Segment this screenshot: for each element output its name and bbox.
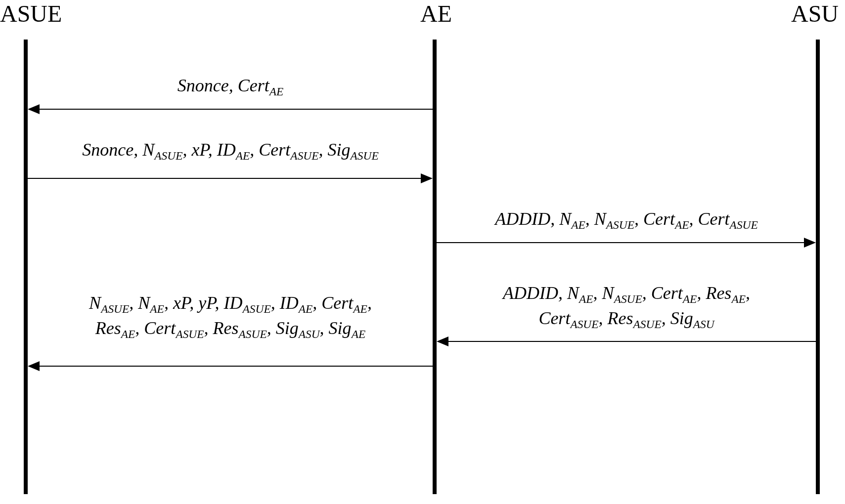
arrow-4-head [437,336,448,346]
arrow-3-head [804,238,816,248]
lifeline-asu [816,40,820,494]
arrow-1-head [28,104,40,114]
message-1-text: Snonce, CertAE [28,74,433,99]
participant-ae: AE [420,0,452,27]
arrow-5-head [28,361,40,371]
arrow-5 [40,366,433,367]
lifeline-ae [433,40,437,494]
message-2: Snonce, NASUE, xP, IDAE, CertASUE, SigAS… [28,138,433,164]
message-4-text: ADDID, NAE, NASUE, CertAE, ResAE, CertAS… [437,282,816,332]
message-1: Snonce, CertAE [28,74,433,99]
lifeline-asue [24,40,28,494]
message-4: ADDID, NAE, NASUE, CertAE, ResAE, CertAS… [437,282,816,332]
message-5: NASUE, NAE, xP, yP, IDASUE, IDAE, CertAE… [28,292,433,341]
arrow-4 [448,341,816,342]
message-2-text: Snonce, NASUE, xP, IDAE, CertASUE, SigAS… [28,138,433,164]
message-5-text: NASUE, NAE, xP, yP, IDASUE, IDAE, CertAE… [28,292,433,341]
message-3: ADDID, NAE, NASUE, CertAE, CertASUE [437,208,816,233]
arrow-1 [40,109,433,110]
arrow-2 [28,178,421,179]
participant-asue: ASUE [0,0,62,27]
arrow-2-head [421,173,433,183]
message-3-text: ADDID, NAE, NASUE, CertAE, CertASUE [437,208,816,233]
participant-asu: ASU [791,0,839,27]
arrow-3 [437,242,804,243]
